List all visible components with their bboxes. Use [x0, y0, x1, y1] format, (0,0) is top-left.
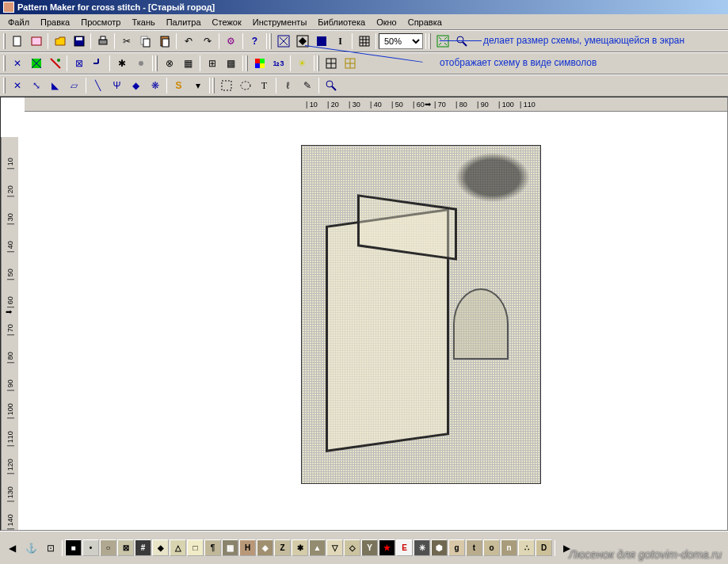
half-stitch-button[interactable] — [27, 55, 45, 72]
palette-color-15[interactable]: ▽ — [326, 539, 343, 556]
view-symbols-button[interactable] — [293, 32, 311, 50]
palette-color-4[interactable]: # — [135, 539, 151, 556]
palette-color-9[interactable]: ▦ — [222, 539, 238, 556]
palette-color-24[interactable]: o — [483, 539, 500, 556]
view-crosses-button[interactable] — [274, 32, 292, 50]
fit-to-screen-button[interactable] — [433, 32, 452, 50]
grip[interactable] — [3, 33, 6, 49]
grid-settings-button[interactable] — [355, 32, 373, 50]
cut-button[interactable]: ✂ — [117, 32, 135, 50]
palette-anchor-button[interactable]: ⚓ — [22, 539, 40, 557]
palette-color-20[interactable]: ✳ — [414, 539, 430, 556]
grip[interactable] — [3, 78, 6, 93]
palette-color-2[interactable]: ○ — [100, 539, 116, 556]
full-stitch-button[interactable]: ✕ — [8, 55, 26, 72]
grip[interactable] — [429, 33, 431, 49]
palette-color-12[interactable]: Z — [274, 539, 291, 556]
tool-cross-button[interactable]: ✕ — [8, 77, 26, 94]
zoom-select[interactable]: 50% — [379, 33, 423, 49]
palette-color-17[interactable]: Y — [361, 539, 378, 556]
menu-файл[interactable]: Файл — [3, 16, 34, 28]
eyedropper-button[interactable]: ℓ — [279, 77, 297, 94]
palette-color-26[interactable]: ∴ — [518, 539, 535, 556]
menu-справка[interactable]: Справка — [403, 16, 447, 28]
grid-toggle-button[interactable] — [322, 55, 340, 72]
fill-button[interactable]: ▩ — [222, 55, 240, 72]
palette-color-10[interactable]: H — [239, 539, 256, 556]
new-button[interactable] — [8, 32, 26, 50]
palette-scroll-right[interactable]: ▶ — [558, 539, 576, 557]
grip[interactable] — [3, 55, 6, 71]
knot-button[interactable]: ✱ — [112, 55, 131, 72]
grip[interactable] — [246, 55, 248, 71]
bead-button[interactable] — [131, 55, 150, 72]
grip[interactable] — [212, 78, 215, 93]
menu-просмотр[interactable]: Просмотр — [76, 16, 125, 28]
tool-specialty-button[interactable]: S — [170, 77, 188, 94]
text-tool-button[interactable]: T — [255, 77, 273, 94]
palette-color-25[interactable]: n — [501, 539, 517, 556]
menu-ткань[interactable]: Ткань — [127, 16, 159, 28]
menu-окно[interactable]: Окно — [372, 16, 402, 28]
back-stitch-button[interactable] — [89, 55, 107, 72]
petite-button[interactable]: ⊠ — [70, 55, 88, 72]
palette-color-18[interactable]: ★ — [379, 539, 395, 556]
eraser-button[interactable]: ✎ — [298, 77, 316, 94]
palette-color-13[interactable]: ✱ — [292, 539, 308, 556]
palette-color-11[interactable]: ◈ — [257, 539, 273, 556]
highlight-button[interactable]: ☀ — [293, 55, 311, 72]
tool-quarter-button[interactable]: ◣ — [46, 77, 64, 94]
help-button[interactable]: ? — [246, 32, 264, 50]
symbol-map-button[interactable]: 1₂3 — [269, 55, 288, 72]
palette-color-7[interactable]: □ — [187, 539, 204, 556]
palette-color-5[interactable]: ◆ — [152, 539, 169, 556]
tool-line-button[interactable]: ╲ — [89, 77, 107, 94]
pattern-preview[interactable] — [301, 145, 541, 484]
palette-color-27[interactable]: D — [536, 539, 552, 556]
canvas[interactable] — [20, 113, 727, 530]
grip[interactable] — [155, 55, 158, 71]
view-info-button[interactable]: I — [331, 32, 349, 50]
menu-правка[interactable]: Правка — [36, 16, 74, 28]
zoom-tool-button[interactable] — [322, 77, 340, 94]
palette-color-6[interactable]: △ — [170, 539, 186, 556]
undo-button[interactable]: ↶ — [179, 32, 197, 50]
menu-палитра[interactable]: Палитра — [162, 16, 206, 28]
menu-библиотека[interactable]: Библиотека — [313, 16, 370, 28]
grip[interactable] — [269, 33, 272, 49]
zoom-actual-button[interactable] — [452, 32, 471, 50]
palette-color-22[interactable]: g — [448, 539, 465, 556]
tool-petite-button[interactable]: ▱ — [65, 77, 83, 94]
select-rect-button[interactable] — [217, 77, 235, 94]
tool-half-button[interactable]: ⤡ — [27, 77, 45, 94]
options-button[interactable]: ⚙ — [222, 32, 240, 50]
palette-color-0[interactable]: ■ — [65, 539, 82, 556]
ruler-toggle-button[interactable] — [341, 55, 359, 72]
print-button[interactable] — [93, 32, 112, 50]
file-button[interactable] — [27, 32, 45, 50]
palette-color-1[interactable]: • — [82, 539, 99, 556]
palette-scroll-left[interactable]: ◀ — [3, 539, 21, 557]
select-free-button[interactable] — [236, 77, 254, 94]
palette-color-8[interactable]: ¶ — [204, 539, 221, 556]
palette-button[interactable] — [250, 55, 269, 72]
delete-area-button[interactable]: ▦ — [179, 55, 197, 72]
copy-button[interactable] — [136, 32, 154, 50]
save-button[interactable] — [70, 32, 88, 50]
palette-settings-button[interactable]: ⊡ — [41, 539, 59, 557]
palette-color-16[interactable]: ◇ — [344, 539, 360, 556]
tool-special-button[interactable]: Ψ — [108, 77, 126, 94]
tool-french-button[interactable]: ◆ — [127, 77, 145, 94]
palette-color-3[interactable]: ⊠ — [117, 539, 134, 556]
tool-bead-button[interactable]: ❋ — [146, 77, 164, 94]
grip[interactable] — [317, 55, 319, 71]
open-button[interactable] — [51, 32, 69, 50]
fill-cross-button[interactable]: ⊞ — [203, 55, 221, 72]
palette-color-14[interactable]: ▲ — [309, 539, 326, 556]
quarter-stitch-button[interactable] — [46, 55, 64, 72]
tool-dropdown-button[interactable]: ▾ — [189, 77, 207, 94]
palette-color-21[interactable]: ⬢ — [431, 539, 448, 556]
palette-color-19[interactable]: E — [396, 539, 413, 556]
palette-color-23[interactable]: t — [466, 539, 482, 556]
menu-стежок[interactable]: Стежок — [208, 16, 246, 28]
